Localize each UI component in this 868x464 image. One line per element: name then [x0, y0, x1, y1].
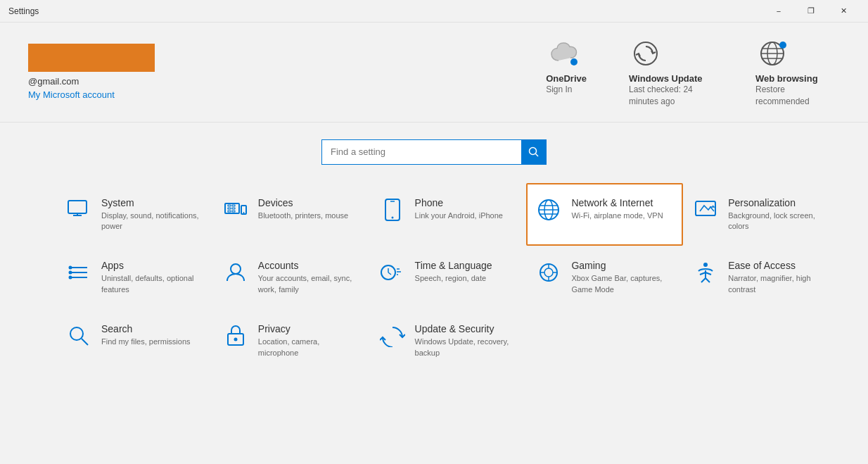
svg-point-38	[231, 264, 241, 274]
gaming-name: Gaming	[571, 260, 670, 271]
time-language-desc: Speech, region, date	[415, 273, 492, 284]
network-icon	[536, 197, 561, 222]
personalization-name: Personalization	[728, 197, 826, 208]
apps-icon	[66, 260, 91, 285]
svg-point-0	[570, 58, 577, 65]
gaming-icon	[536, 260, 561, 285]
svg-rect-14	[228, 205, 231, 206]
search-box	[321, 139, 547, 165]
svg-point-48	[703, 263, 708, 267]
setting-gaming[interactable]: Gaming Xbox Game Bar, captures, Game Mod…	[526, 246, 683, 309]
header-services: OneDrive Sign In Windows Update Last che…	[546, 37, 840, 108]
windows-update-service[interactable]: Windows Update Last checked: 24 minutes …	[629, 37, 713, 108]
titlebar: Settings − ❐ ✕	[0, 0, 868, 23]
web-browsing-subtitle: Restore recommended	[755, 84, 840, 108]
search-setting-icon	[66, 323, 91, 349]
personalization-icon	[693, 197, 718, 222]
network-name: Network & Internet	[571, 197, 663, 208]
settings-grid: System Display, sound, notifications, po…	[0, 176, 868, 387]
personalization-desc: Background, lock screen, colors	[728, 211, 826, 232]
svg-line-9	[536, 153, 539, 156]
onedrive-subtitle: Sign In	[546, 84, 587, 96]
svg-point-24	[391, 216, 393, 218]
svg-rect-10	[68, 201, 87, 213]
devices-desc: Bluetooth, printers, mouse	[258, 211, 348, 221]
setting-network[interactable]: Network & Internet Wi-Fi, airplane mode,…	[526, 183, 683, 246]
network-desc: Wi-Fi, airplane mode, VPN	[571, 211, 663, 221]
web-browsing-icon	[755, 37, 789, 70]
user-section: @gmail.com My Microsoft account	[28, 44, 155, 100]
accounts-desc: Your accounts, email, sync, work, family	[258, 273, 357, 295]
setting-ease-of-access[interactable]: Ease of Access Narrator, magnifier, high…	[683, 246, 840, 309]
privacy-name: Privacy	[258, 323, 357, 334]
minimize-button[interactable]: −	[762, 0, 795, 23]
setting-update-security[interactable]: Update & Security Windows Update, recove…	[370, 309, 527, 372]
phone-name: Phone	[415, 197, 503, 208]
setting-system[interactable]: System Display, sound, notifications, po…	[56, 183, 213, 246]
system-icon	[66, 197, 91, 222]
ease-of-access-desc: Narrator, magnifier, high contrast	[728, 273, 826, 295]
setting-apps[interactable]: Apps Uninstall, defaults, optional featu…	[56, 246, 213, 309]
update-security-icon	[380, 323, 405, 349]
apps-desc: Uninstall, defaults, optional features	[101, 273, 200, 295]
system-desc: Display, sound, notifications, power	[101, 211, 200, 232]
phone-icon	[380, 197, 405, 222]
gaming-desc: Xbox Game Bar, captures, Game Mode	[571, 273, 670, 295]
svg-point-35	[69, 266, 72, 270]
setting-devices[interactable]: Devices Bluetooth, printers, mouse	[213, 183, 370, 246]
update-security-name: Update & Security	[415, 323, 513, 334]
search-setting-desc: Find my files, permissions	[101, 337, 191, 347]
windows-update-icon	[629, 37, 663, 70]
svg-rect-30	[696, 201, 715, 215]
svg-point-21	[243, 212, 244, 213]
onedrive-service[interactable]: OneDrive Sign In	[546, 37, 587, 96]
onedrive-title: OneDrive	[546, 73, 587, 84]
accounts-icon	[223, 260, 248, 285]
my-microsoft-account-link[interactable]: My Microsoft account	[28, 89, 115, 100]
setting-accounts[interactable]: Accounts Your accounts, email, sync, wor…	[213, 246, 370, 309]
onedrive-icon	[546, 37, 580, 70]
svg-line-41	[388, 272, 391, 275]
svg-point-37	[69, 276, 72, 280]
update-security-desc: Windows Update, recovery, backup	[415, 337, 513, 358]
search-input[interactable]	[321, 139, 547, 165]
window-controls: − ❐ ✕	[762, 0, 860, 23]
svg-point-7	[779, 42, 786, 49]
search-section	[0, 123, 868, 176]
search-button[interactable]	[521, 139, 547, 165]
user-email: @gmail.com	[28, 76, 79, 87]
web-browsing-title: Web browsing	[755, 73, 840, 84]
devices-icon	[223, 197, 248, 222]
svg-rect-15	[228, 208, 231, 209]
search-setting-name: Search	[101, 323, 191, 334]
svg-rect-19	[232, 211, 235, 212]
close-button[interactable]: ✕	[827, 0, 860, 23]
windows-update-subtitle: Last checked: 24 minutes ago	[629, 84, 713, 108]
setting-phone[interactable]: Phone Link your Android, iPhone	[370, 183, 527, 246]
setting-privacy[interactable]: Privacy Location, camera, microphone	[213, 309, 370, 372]
svg-rect-18	[232, 208, 235, 209]
web-browsing-service[interactable]: Web browsing Restore recommended	[755, 37, 840, 108]
setting-search[interactable]: Search Find my files, permissions	[56, 309, 213, 372]
accounts-name: Accounts	[258, 260, 357, 271]
svg-line-50	[82, 339, 88, 345]
svg-rect-17	[232, 205, 235, 206]
time-language-name: Time & Language	[415, 260, 492, 271]
privacy-desc: Location, camera, microphone	[258, 337, 357, 358]
svg-point-52	[234, 338, 237, 341]
setting-personalization[interactable]: Personalization Background, lock screen,…	[683, 183, 840, 246]
devices-name: Devices	[258, 197, 348, 208]
time-language-icon	[380, 260, 405, 285]
ease-of-access-icon	[693, 260, 718, 285]
windows-update-title: Windows Update	[629, 73, 713, 84]
svg-point-43	[544, 268, 553, 277]
apps-name: Apps	[101, 260, 200, 271]
app-title: Settings	[8, 6, 39, 16]
restore-button[interactable]: ❐	[795, 0, 827, 23]
user-avatar	[28, 44, 155, 72]
svg-point-8	[530, 147, 537, 154]
svg-point-36	[69, 271, 72, 275]
phone-desc: Link your Android, iPhone	[415, 211, 503, 221]
setting-time-language[interactable]: Time & Language Speech, region, date	[370, 246, 527, 309]
privacy-icon	[223, 323, 248, 349]
